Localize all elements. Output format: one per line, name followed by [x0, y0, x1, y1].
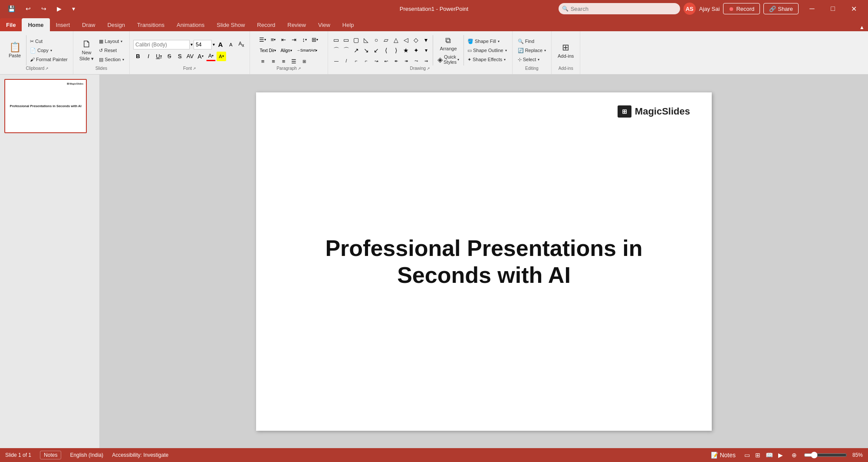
notes-button[interactable]: 📝 Notes — [709, 451, 737, 459]
shape-line5[interactable]: ↝ — [372, 56, 381, 66]
align-right-button[interactable]: ≡ — [279, 56, 288, 66]
shape-fill-button[interactable]: 🪣 Shape Fill ▾ — [466, 37, 509, 46]
font-clear-button[interactable]: Ax — [237, 40, 246, 49]
tab-file[interactable]: File — [0, 18, 22, 31]
paste-button[interactable]: 📋 Paste — [5, 38, 24, 62]
shape-rect2[interactable]: ▭ — [342, 35, 351, 45]
shape-oval[interactable]: ○ — [372, 35, 381, 45]
minimize-button[interactable]: ─ — [802, 0, 822, 17]
maximize-button[interactable]: □ — [823, 0, 843, 17]
zoom-slider[interactable] — [804, 452, 847, 459]
text-highlight-button[interactable]: A ▾ — [217, 52, 226, 61]
shape-callout[interactable]: ✦ — [411, 46, 421, 55]
shape-line1[interactable]: — — [332, 56, 341, 66]
tab-review[interactable]: Review — [281, 18, 312, 31]
strikethrough-button[interactable]: S — [164, 52, 174, 61]
underline-button[interactable]: U ▾ — [154, 52, 164, 61]
slide-sorter-button[interactable]: ⊞ — [753, 451, 762, 459]
notes-toggle-button[interactable]: Notes — [40, 451, 61, 459]
quick-styles-button[interactable]: ◈ QuickStyles ▾ — [435, 53, 462, 66]
shape-rect[interactable]: ▭ — [332, 35, 341, 45]
bold-button[interactable]: B — [133, 52, 143, 61]
shape-snip[interactable]: ◺ — [362, 35, 371, 45]
font-increase-button[interactable]: A — [216, 40, 225, 49]
justify-button[interactable]: ☰ — [289, 56, 299, 66]
decrease-indent-button[interactable]: ⇤ — [279, 35, 288, 44]
slide-title[interactable]: Professional Presentations inSeconds wit… — [302, 234, 666, 288]
shape-more[interactable]: ▾ — [421, 35, 431, 45]
font-size-input[interactable]: 54 — [194, 40, 212, 49]
align-left-button[interactable]: ≡ — [258, 56, 267, 66]
customize-button[interactable]: ▾ — [69, 3, 79, 14]
present-button[interactable]: ▶ — [53, 3, 65, 14]
reading-view-button[interactable]: 📖 — [764, 451, 775, 459]
shape-arrow7[interactable]: ⟩ — [391, 46, 401, 55]
smartart-button[interactable]: →SmartArt ▾ — [295, 46, 319, 55]
text-direction-button[interactable]: Text Dir ▾ — [258, 46, 278, 55]
shape-star[interactable]: ★ — [401, 46, 411, 55]
shape-rtriangle[interactable]: ◁ — [401, 35, 411, 45]
shape-more2[interactable]: ▾ — [421, 46, 431, 55]
addins-button[interactable]: ⊞ Add-ins — [555, 38, 576, 62]
shape-diamond[interactable]: ◇ — [411, 35, 421, 45]
shape-line9[interactable]: ⤳ — [411, 56, 421, 66]
section-button[interactable]: ▤ Section ▾ — [97, 55, 126, 64]
undo-button[interactable]: ↩ — [22, 3, 34, 14]
shape-arrow3[interactable]: ↗ — [352, 46, 361, 55]
drawing-expand-icon[interactable]: ↗ — [427, 66, 430, 71]
shape-line7[interactable]: ↞ — [391, 56, 401, 66]
format-painter-button[interactable]: 🖌 Format Painter — [28, 55, 69, 64]
shape-effects-button[interactable]: ✦ Shape Effects ▾ — [466, 55, 509, 64]
select-button[interactable]: ⊹ Select ▾ — [516, 55, 548, 64]
tab-animations[interactable]: Animations — [171, 18, 210, 31]
new-slide-button[interactable]: 🗋 New Slide ▾ — [77, 38, 97, 62]
shape-arrow6[interactable]: ⟨ — [381, 46, 391, 55]
align-text-button[interactable]: Align ▾ — [279, 46, 293, 55]
share-button[interactable]: 🔗 Share — [763, 3, 799, 14]
line-spacing-button[interactable]: ↕ ▾ — [299, 35, 309, 44]
tab-transitions[interactable]: Transitions — [131, 18, 171, 31]
replace-button[interactable]: 🔄 Replace ▾ — [516, 46, 548, 55]
shape-line6[interactable]: ↜ — [381, 56, 391, 66]
shape-arrow2[interactable]: ⌒ — [342, 46, 351, 55]
find-button[interactable]: 🔍 Find — [516, 37, 548, 46]
shape-triangle[interactable]: △ — [391, 35, 401, 45]
reset-button[interactable]: ↺ Reset — [97, 46, 126, 55]
collapse-ribbon-button[interactable]: ▲ — [859, 24, 865, 30]
font-decrease-button[interactable]: A — [226, 40, 236, 49]
font-color-button[interactable]: A ▾ — [206, 52, 216, 61]
rtl-button[interactable]: ⊞ — [299, 56, 309, 66]
font-name-input[interactable] — [133, 40, 190, 49]
fit-slide-button[interactable]: ⊕ — [790, 451, 799, 459]
arrange-button[interactable]: ⧉ Arrange — [437, 35, 459, 52]
slide-canvas[interactable]: ⊞ MagicSlides Professional Presentations… — [256, 92, 712, 431]
columns-button[interactable]: ⊞ ▾ — [310, 35, 319, 44]
tab-home[interactable]: Home — [22, 18, 49, 31]
font-size-dropdown[interactable]: ▾ — [213, 42, 215, 47]
shape-rounded[interactable]: ▢ — [352, 35, 361, 45]
record-button[interactable]: ⏺ Record — [723, 3, 760, 14]
increase-indent-button[interactable]: ⇥ — [289, 35, 299, 44]
slide-thumbnail[interactable]: ⊞ MagicSlides Professional Presentations… — [4, 79, 87, 133]
close-button[interactable]: ✕ — [844, 0, 864, 17]
copy-button[interactable]: 📄 Copy ▾ — [28, 46, 69, 55]
numbering-button[interactable]: ≡ ▾ — [268, 35, 278, 44]
redo-button[interactable]: ↪ — [38, 3, 50, 14]
shape-parallelogram[interactable]: ▱ — [381, 35, 391, 45]
shape-line3[interactable]: ⌐ — [352, 56, 361, 66]
shape-arrow1[interactable]: ⌒ — [332, 46, 341, 55]
para-expand-icon[interactable]: ↗ — [298, 66, 301, 71]
font-size-btn2[interactable]: A▾ — [196, 52, 205, 61]
search-input[interactable] — [559, 3, 680, 14]
italic-button[interactable]: I — [144, 52, 153, 61]
tab-draw[interactable]: Draw — [76, 18, 101, 31]
font-name-dropdown[interactable]: ▾ — [191, 42, 193, 47]
save-button[interactable]: 💾 — [4, 3, 19, 14]
shape-arrow4[interactable]: ↘ — [362, 46, 371, 55]
font-expand-icon[interactable]: ↗ — [193, 66, 196, 71]
cut-button[interactable]: ✂ Cut — [28, 37, 69, 46]
normal-view-button[interactable]: ▭ — [743, 451, 752, 459]
shape-arrow5[interactable]: ↙ — [372, 46, 381, 55]
shadow-button[interactable]: S — [175, 52, 184, 61]
shape-line8[interactable]: ↠ — [401, 56, 411, 66]
